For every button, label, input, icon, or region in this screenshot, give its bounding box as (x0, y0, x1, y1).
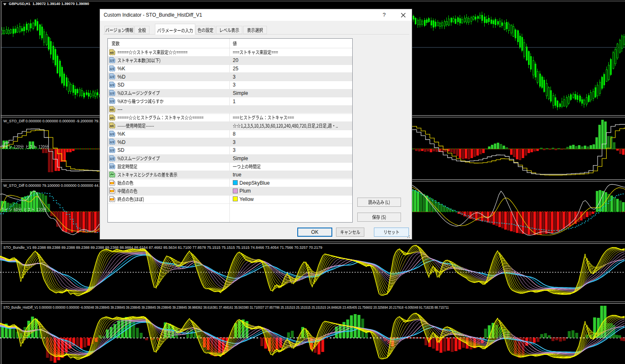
svg-text:GBPUSD,H1 1.39072 1.39140 1.3: GBPUSD,H1 1.39072 1.39140 1.39070 1.3909… (9, 1, 89, 6)
svg-text:W_STO_Diff 0.000000 79.100000: W_STO_Diff 0.000000 79.100000 0.000000 0… (3, 183, 112, 188)
svg-text:STO_Bundle_HistDiff_V1 0.00000: STO_Bundle_HistDiff_V1 0.000000 0.000000… (3, 305, 449, 310)
svg-text:STO_Bundle_V1 89.2388 89.2388: STO_Bundle_V1 89.2388 89.2388 89.2388 89… (3, 245, 322, 250)
svg-text:W_STO_Diff 0.000000 0.000000 0: W_STO_Diff 0.000000 0.000000 0.000000 -9… (3, 119, 112, 123)
